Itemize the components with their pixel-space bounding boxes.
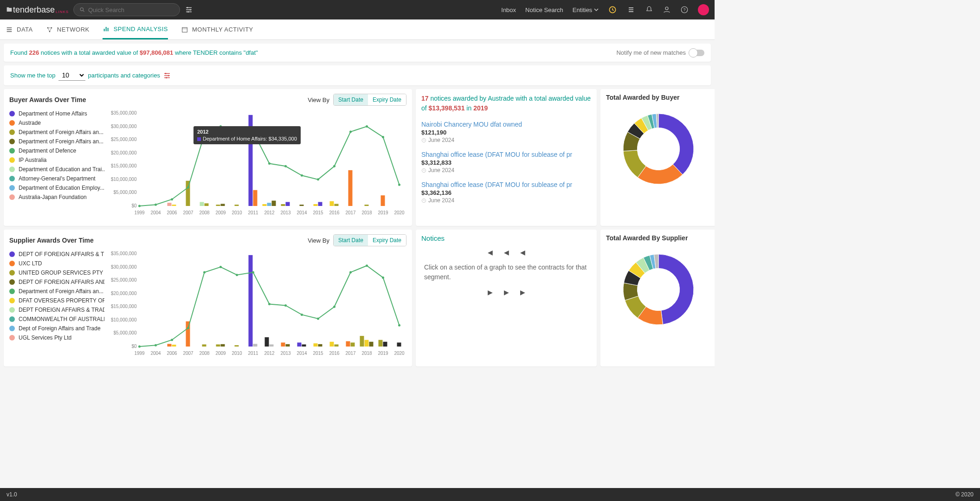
arrow-last[interactable]: ▶ [520,289,525,296]
legend-item[interactable]: IP Australia [9,157,104,163]
arrow-prev[interactable]: ◀ [504,249,509,256]
tune-icon[interactable] [163,71,171,80]
legend-dot [9,307,15,313]
legend-label: Austrade [19,120,41,126]
notice-link[interactable]: Shanghai office lease (DFAT MOU for subl… [421,181,591,188]
svg-point-76 [284,165,287,167]
svg-point-142 [187,327,189,329]
tune-icon[interactable] [185,6,193,14]
legend-item[interactable]: COMMONWEALTH OF AUSTRALI... [9,316,104,322]
legend-label: Department of Home Affairs [19,110,87,117]
svg-text:2012: 2012 [264,351,275,356]
notice-item: Shanghai office lease (DFAT MOU for subl… [421,147,591,177]
svg-point-0 [80,8,83,11]
notice-link[interactable]: Shanghai office lease (DFAT MOU for subl… [421,151,591,158]
arrow-next2[interactable]: ▶ [504,289,509,296]
tab-monthly-activity[interactable]: MONTHLY ACTIVITY [181,19,253,39]
notice-item: Nairobi Chancery MOU dfat owned$121,190 … [421,117,591,147]
filter-pre: Show me the top [10,72,56,79]
legend-item[interactable]: Department of Foreign Affairs an... [9,288,104,295]
arrow-prev2[interactable]: ◀ [520,249,525,256]
legend-item[interactable]: Department of Home Affairs [9,110,104,117]
quick-search[interactable] [73,3,180,16]
tab-network[interactable]: NETWORK [46,19,90,39]
viewby-start[interactable]: Start Date [334,235,368,246]
nav-entities[interactable]: Entities [573,6,599,13]
person-icon[interactable] [663,6,671,14]
calendar-icon [181,26,188,33]
supplier-chart[interactable]: $35,000,000$30,000,000$25,000,000$20,000… [104,249,406,362]
legend-item[interactable]: DEPT OF FOREIGN AFFAIRS & TR... [9,251,104,257]
legend-item[interactable]: DFAT OVERSEAS PROPERTY OFFI... [9,297,104,304]
legend-item[interactable]: DEPT OF FOREIGN AFFAIRS AND ... [9,279,104,285]
viewby-expiry[interactable]: Expiry Date [368,235,406,246]
svg-point-80 [349,131,352,133]
topn-select[interactable]: 10 [58,70,85,81]
help-icon[interactable]: ? [680,6,689,14]
legend-label: Department of Foreign Affairs an... [19,129,103,135]
legend-item[interactable]: UXC LTD [9,260,104,267]
list-icon[interactable] [626,5,636,14]
svg-point-152 [349,271,352,274]
svg-rect-44 [168,203,172,206]
svg-text:2006: 2006 [167,351,177,356]
svg-text:2008: 2008 [199,351,210,356]
bell-icon[interactable] [645,6,653,14]
legend-item[interactable]: Department of Education and Trai... [9,166,104,173]
legend-label: Department of Education Employ... [19,185,104,191]
svg-rect-53 [253,190,258,206]
supplier-donut[interactable] [614,245,703,334]
svg-point-73 [236,133,238,135]
svg-text:2009: 2009 [215,351,226,356]
svg-point-141 [171,339,173,341]
legend-item[interactable]: UGL Services Pty Ltd [9,334,104,341]
svg-rect-45 [172,205,176,206]
legend-item[interactable]: UNITED GROUP SERVICES PTY LTD [9,270,104,276]
legend-dot [9,111,15,116]
svg-point-82 [382,136,384,138]
toggle-switch[interactable] [690,50,704,56]
svg-text:2015: 2015 [313,210,323,215]
arrow-first[interactable]: ◀ [488,249,493,256]
svg-text:$25,000,000: $25,000,000 [111,277,137,283]
brand-logo[interactable]: tenderbase LINKS [6,5,69,15]
notify-toggle[interactable]: Notify me of new matches [616,49,704,56]
arrow-next[interactable]: ▶ [488,289,493,296]
svg-text:2004: 2004 [150,210,161,215]
legend-label: Department of Defence [19,148,76,154]
svg-text:2010: 2010 [232,351,242,356]
search-input[interactable] [88,6,174,13]
svg-point-69 [171,198,173,200]
legend-item[interactable]: Australia-Japan Foundation [9,194,104,200]
svg-rect-124 [286,344,290,347]
legend-item[interactable]: Attorney-General's Department [9,175,104,182]
legend-item[interactable]: Department of Foreign Affairs an... [9,129,104,135]
svg-text:2010: 2010 [232,210,242,215]
legend-item[interactable]: DEPT FOREIGN AFFAIRS & TRADE [9,307,104,313]
notice-list[interactable]: Nairobi Chancery MOU dfat owned$121,190 … [421,117,591,205]
buyer-donut[interactable] [614,105,703,193]
nav-notice-search[interactable]: Notice Search [525,6,563,13]
legend-item[interactable]: Austrade [9,120,104,126]
legend-item[interactable]: Dept of Foreign Affairs and Trade [9,325,104,332]
svg-text:1999: 1999 [134,210,145,215]
tab-data[interactable]: DATA [6,19,33,39]
svg-point-148 [284,304,287,307]
svg-rect-63 [335,204,339,206]
avatar[interactable] [698,4,709,15]
svg-rect-48 [205,203,209,206]
svg-point-140 [155,344,157,347]
viewby-start[interactable]: Start Date [334,94,368,105]
svg-point-4 [187,11,189,13]
legend-item[interactable]: Department of Defence [9,148,104,154]
tab-spend-analysis[interactable]: SPEND ANALYSIS [103,19,168,39]
history-icon[interactable] [608,5,617,14]
svg-text:2012: 2012 [264,210,275,215]
nav-inbox[interactable]: Inbox [501,6,516,13]
viewby-expiry[interactable]: Expiry Date [368,94,406,105]
buyer-chart[interactable]: $35,000,000$30,000,000$25,000,000$20,000… [104,109,406,221]
legend-item[interactable]: Department of Education Employ... [9,185,104,191]
legend-item[interactable]: Department of Foreign Affairs an... [9,138,104,145]
svg-point-139 [138,346,141,348]
notice-link[interactable]: Nairobi Chancery MOU dfat owned [421,121,591,128]
